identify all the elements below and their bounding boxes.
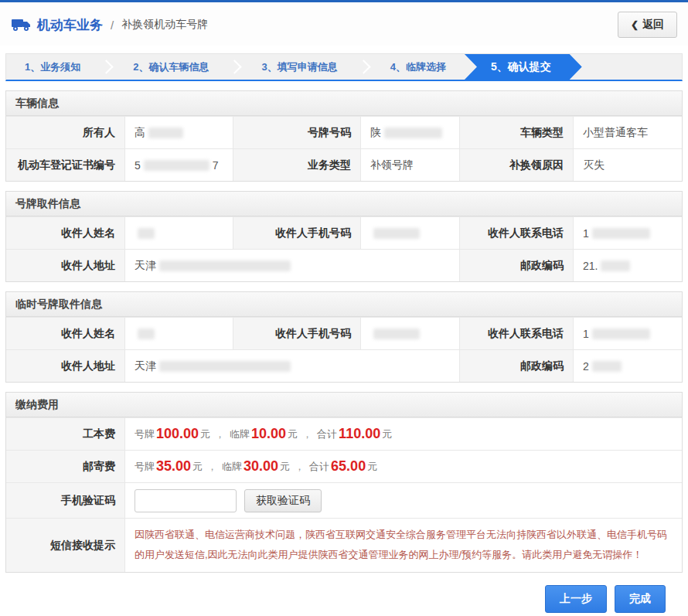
zip-code-label: 邮政编码 xyxy=(459,350,573,382)
zip-code-label: 邮政编码 xyxy=(459,250,573,281)
recipient-phone-value: 1 xyxy=(573,217,682,249)
get-sms-code-button[interactable]: 获取验证码 xyxy=(244,489,322,512)
sms-code-label: 手机验证码 xyxy=(6,483,124,518)
owner-label: 所有人 xyxy=(6,117,124,148)
back-button-label: 返回 xyxy=(642,18,664,32)
step-tab-label: 4、临牌选择 xyxy=(390,60,446,74)
redacted-value xyxy=(601,260,630,271)
production-fee-value: 号牌100.00元， 临牌10.00元， 合计110.00元 xyxy=(124,418,682,450)
section-title: 缴纳费用 xyxy=(6,393,682,417)
chevron-separator-icon xyxy=(227,54,243,80)
step-tab-label: 2、确认车辆信息 xyxy=(133,60,209,74)
recipient-phone-label: 收件人联系电话 xyxy=(459,217,573,249)
plate-pickup-section: 号牌取件信息 收件人姓名 收件人手机号码 收件人联系电话 1 收件人地址 天津 … xyxy=(5,191,683,282)
sms-notice-label: 短信接收提示 xyxy=(6,519,124,572)
back-button[interactable]: ❮ 返回 xyxy=(618,12,677,38)
replace-reason-value: 灭失 xyxy=(573,149,682,181)
sms-notice-text: 因陕西省联通、电信运营商技术问题，陕西省互联网交通安全综合服务管理平台无法向持陕… xyxy=(124,519,682,572)
zip-code-value: 21. xyxy=(573,250,682,281)
recipient-name-value xyxy=(124,318,233,349)
truck-icon xyxy=(11,17,31,32)
section-title: 号牌取件信息 xyxy=(6,192,682,216)
step-tab-label: 1、业务须知 xyxy=(25,60,80,74)
step-tab-3[interactable]: 3、填写申请信息 xyxy=(243,54,356,80)
zip-code-value: 2 xyxy=(573,350,682,382)
recipient-address-label: 收件人地址 xyxy=(6,250,124,281)
business-type-value: 补领号牌 xyxy=(360,149,459,181)
section-title: 临时号牌取件信息 xyxy=(6,292,682,317)
redacted-value xyxy=(384,128,442,138)
business-type-label: 业务类型 xyxy=(233,149,360,181)
table-row: 邮寄费 号牌35.00元， 临牌30.00元， 合计65.00元 xyxy=(6,450,682,482)
step-tab-label: 5、确认提交 xyxy=(491,60,551,74)
recipient-phone-label: 收件人联系电话 xyxy=(459,318,573,349)
recipient-address-value: 天津 xyxy=(124,250,459,281)
recipient-mobile-value xyxy=(360,217,459,249)
sms-code-cell: 获取验证码 xyxy=(124,483,682,518)
table-row: 收件人地址 天津 邮政编码 2 xyxy=(6,349,682,382)
redacted-value xyxy=(373,328,420,339)
step-tab-4[interactable]: 4、临牌选择 xyxy=(372,54,465,80)
recipient-mobile-value xyxy=(360,318,459,349)
redacted-value xyxy=(138,328,155,339)
redacted-value xyxy=(148,128,183,138)
step-tab-1[interactable]: 1、业务须知 xyxy=(6,54,99,80)
recipient-phone-value: 1 xyxy=(573,318,682,349)
plate-number-value: 陕 xyxy=(360,117,459,148)
page-header: 机动车业务 / 补换领机动车号牌 ❮ 返回 xyxy=(0,2,688,46)
step-tab-5-active[interactable]: 5、确认提交 xyxy=(465,54,582,80)
recipient-address-value: 天津 xyxy=(124,350,459,382)
table-row: 短信接收提示 因陕西省联通、电信运营商技术问题，陕西省互联网交通安全综合服务管理… xyxy=(6,518,682,572)
fees-section: 缴纳费用 工本费 号牌100.00元， 临牌10.00元， 合计110.00元 … xyxy=(5,392,683,573)
vehicle-info-section: 车辆信息 所有人 高 号牌号码 陕 车辆类型 小型普通客车 机动车登记证书编号 … xyxy=(5,90,683,182)
recipient-mobile-label: 收件人手机号码 xyxy=(233,318,360,349)
recipient-address-label: 收件人地址 xyxy=(6,350,124,382)
redacted-value xyxy=(159,361,291,372)
temp-plate-pickup-section: 临时号牌取件信息 收件人姓名 收件人手机号码 收件人联系电话 1 收件人地址 天… xyxy=(5,291,683,383)
finish-button[interactable]: 完成 xyxy=(615,585,666,613)
recipient-name-label: 收件人姓名 xyxy=(6,318,124,349)
breadcrumb: 机动车业务 / 补换领机动车号牌 xyxy=(11,16,208,34)
section-title: 车辆信息 xyxy=(6,91,682,116)
footer-actions: 上一步 完成 xyxy=(5,585,666,613)
redacted-value xyxy=(144,160,209,171)
table-row: 手机验证码 获取验证码 xyxy=(6,482,682,518)
redacted-value xyxy=(373,228,420,239)
vehicle-type-value: 小型普通客车 xyxy=(573,117,682,148)
step-tab-2[interactable]: 2、确认车辆信息 xyxy=(114,54,227,80)
recipient-mobile-label: 收件人手机号码 xyxy=(233,217,360,249)
replace-reason-label: 补换领原因 xyxy=(459,149,573,181)
redacted-value xyxy=(592,361,622,372)
recipient-name-value xyxy=(124,217,233,249)
table-row: 所有人 高 号牌号码 陕 车辆类型 小型普通客车 xyxy=(6,116,682,148)
page-title: 机动车业务 xyxy=(37,16,103,34)
registration-cert-label: 机动车登记证书编号 xyxy=(6,149,124,181)
plate-number-label: 号牌号码 xyxy=(233,117,360,148)
redacted-value xyxy=(159,260,291,271)
mailing-fee-label: 邮寄费 xyxy=(6,451,124,482)
redacted-value xyxy=(592,328,650,339)
table-row: 收件人姓名 收件人手机号码 收件人联系电话 1 xyxy=(6,216,682,249)
registration-cert-value: 57 xyxy=(124,149,233,181)
breadcrumb-separator: / xyxy=(111,19,114,32)
redacted-value xyxy=(592,228,650,239)
production-fee-label: 工本费 xyxy=(6,418,124,450)
table-row: 收件人地址 天津 邮政编码 21. xyxy=(6,249,682,281)
redacted-value xyxy=(138,228,155,239)
chevron-separator-icon xyxy=(99,54,114,80)
mailing-fee-value: 号牌35.00元， 临牌30.00元， 合计65.00元 xyxy=(124,451,682,482)
recipient-name-label: 收件人姓名 xyxy=(6,217,124,249)
table-row: 机动车登记证书编号 57 业务类型 补领号牌 补换领原因 灭失 xyxy=(6,148,682,181)
page-subtitle: 补换领机动车号牌 xyxy=(121,18,208,32)
vehicle-type-label: 车辆类型 xyxy=(459,117,573,148)
step-tab-label: 3、填写申请信息 xyxy=(261,60,337,74)
table-row: 工本费 号牌100.00元， 临牌10.00元， 合计110.00元 xyxy=(6,417,682,450)
sms-code-input[interactable] xyxy=(135,489,237,512)
table-row: 收件人姓名 收件人手机号码 收件人联系电话 1 xyxy=(6,317,682,349)
step-nav: 1、业务须知 2、确认车辆信息 3、填写申请信息 4、临牌选择 5、确认提交 xyxy=(5,53,683,81)
chevron-left-icon: ❮ xyxy=(631,19,639,30)
chevron-separator-icon xyxy=(356,54,372,80)
owner-value: 高 xyxy=(124,117,233,148)
previous-step-button[interactable]: 上一步 xyxy=(545,585,607,613)
